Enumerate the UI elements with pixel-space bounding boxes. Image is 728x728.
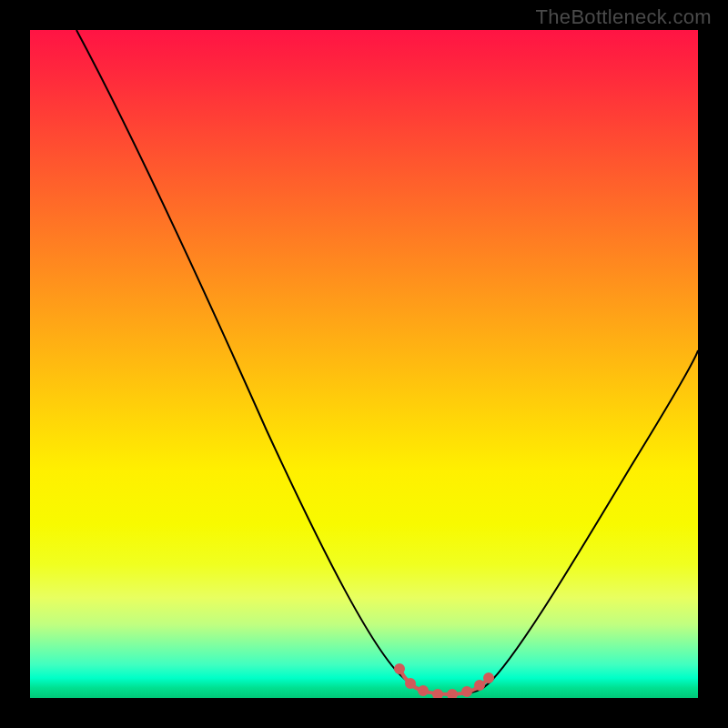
bottleneck-curve bbox=[76, 30, 698, 694]
svg-point-2 bbox=[420, 687, 427, 694]
svg-point-5 bbox=[463, 688, 470, 695]
svg-point-0 bbox=[396, 665, 403, 672]
svg-point-6 bbox=[476, 682, 483, 689]
watermark-text: TheBottleneck.com bbox=[536, 5, 712, 29]
svg-point-3 bbox=[434, 691, 441, 698]
svg-point-4 bbox=[449, 691, 456, 698]
svg-point-1 bbox=[407, 680, 414, 687]
optimal-zone-markers bbox=[396, 665, 492, 698]
svg-point-7 bbox=[485, 674, 492, 682]
chart-svg bbox=[30, 30, 698, 698]
